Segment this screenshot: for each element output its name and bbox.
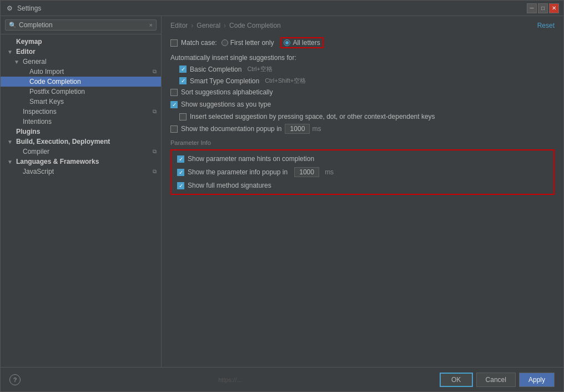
sidebar-item-plugins[interactable]: Plugins [1, 127, 161, 137]
apply-button[interactable]: Apply [519, 373, 555, 387]
minimize-button[interactable]: ─ [527, 3, 537, 13]
breadcrumb-sep-2: › [224, 22, 226, 29]
match-case-checkbox[interactable] [170, 39, 178, 47]
title-bar: ⚙ Settings ─ □ ✕ [1, 1, 563, 16]
help-button[interactable]: ? [9, 374, 21, 385]
sidebar-item-general[interactable]: ▼ General [1, 57, 161, 67]
sidebar-item-label: Inspections [23, 108, 150, 115]
insert-selected-label: Insert selected suggestion by pressing s… [190, 113, 435, 120]
sidebar-item-label: Compiler [23, 148, 150, 155]
maximize-button[interactable]: □ [538, 3, 548, 13]
copy-icon: ⧉ [153, 168, 157, 175]
search-icon: 🔍 [9, 22, 17, 29]
sidebar-tree: Keymap ▼ Editor ▼ General Auto Import ⧉ [1, 34, 161, 367]
show-param-hints-checkbox[interactable] [177, 155, 184, 163]
sidebar-item-languages[interactable]: ▼ Languages & Frameworks [1, 157, 161, 167]
show-doc-popup-label: Show the documentation popup in [181, 125, 281, 133]
sidebar-item-postfix-completion[interactable]: Postfix Completion [1, 87, 161, 97]
breadcrumb-editor: Editor [170, 22, 188, 29]
sidebar-item-keymap[interactable]: Keymap [1, 37, 161, 47]
basic-completion-label: Basic Completion [190, 66, 241, 73]
breadcrumb-code-completion: Code Completion [229, 22, 281, 29]
show-param-popup-unit: ms [325, 168, 334, 176]
show-doc-popup-unit: ms [312, 125, 321, 133]
dialog-buttons: OK Cancel Apply [440, 373, 555, 387]
bottom-bar: ? https://... OK Cancel Apply [1, 367, 563, 391]
reset-button[interactable]: Reset [537, 22, 555, 29]
show-suggestions-row: Show suggestions as you type [170, 100, 555, 108]
settings-content: Match case: First letter only All letter… [162, 33, 563, 367]
sidebar-item-smart-keys[interactable]: Smart Keys [1, 97, 161, 107]
search-box: 🔍 × [1, 16, 161, 34]
show-doc-popup-checkbox[interactable] [170, 125, 178, 133]
expand-icon: ▼ [7, 159, 14, 165]
match-case-row: Match case: First letter only All letter… [170, 37, 555, 48]
radio-group-letter-case: First letter only All letters [221, 37, 324, 48]
sidebar-item-editor[interactable]: ▼ Editor [1, 47, 161, 57]
sidebar-item-label: Keymap [16, 38, 157, 46]
insert-selected-row: Insert selected suggestion by pressing s… [179, 113, 555, 120]
sidebar-item-auto-import[interactable]: Auto Import ⧉ [1, 67, 161, 77]
show-param-popup-input[interactable] [294, 167, 319, 177]
smart-type-label: Smart Type Completion [190, 77, 259, 85]
show-doc-popup-input[interactable] [285, 124, 310, 134]
search-clear-icon[interactable]: × [149, 22, 153, 28]
smart-type-shortcut: Ctrl+Shift+空格 [265, 77, 306, 85]
all-letters-label: All letters [293, 39, 320, 47]
ok-button[interactable]: OK [440, 373, 473, 387]
app-icon: ⚙ [5, 4, 14, 13]
first-letter-radio[interactable] [221, 39, 228, 46]
sidebar-item-compiler[interactable]: Compiler ⧉ [1, 147, 161, 157]
sort-alphabetically-checkbox[interactable] [170, 89, 178, 96]
sidebar-item-label: Editor [16, 48, 157, 56]
sort-alphabetically-row: Sort suggestions alphabetically [170, 88, 555, 96]
show-param-popup-checkbox[interactable] [177, 169, 184, 176]
sidebar-item-label: Auto Import [29, 68, 150, 76]
sidebar-item-inspections[interactable]: Inspections ⧉ [1, 107, 161, 117]
sidebar-item-label: Languages & Frameworks [16, 158, 157, 165]
settings-window: ⚙ Settings ─ □ ✕ 🔍 × Keyma [0, 0, 564, 392]
sidebar-item-label: JavaScript [23, 168, 150, 175]
all-letters-radio[interactable] [284, 39, 290, 46]
basic-completion-checkbox[interactable] [179, 66, 187, 73]
sidebar: 🔍 × Keymap ▼ Editor ▼ [1, 16, 162, 367]
right-panel: Editor › General › Code Completion Reset… [162, 16, 563, 367]
main-content: 🔍 × Keymap ▼ Editor ▼ [1, 16, 563, 367]
expand-icon: ▼ [7, 49, 14, 55]
breadcrumb: Editor › General › Code Completion Reset [162, 16, 563, 33]
sidebar-item-code-completion[interactable]: Code Completion [1, 77, 161, 87]
all-letters-radio-item[interactable]: All letters [280, 37, 323, 48]
sidebar-item-label: Postfix Completion [29, 88, 157, 96]
sidebar-item-build[interactable]: ▼ Build, Execution, Deployment [1, 137, 161, 147]
sidebar-item-intentions[interactable]: Intentions [1, 117, 161, 127]
sort-alphabetically-label: Sort suggestions alphabetically [181, 88, 273, 96]
breadcrumb-general: General [197, 22, 220, 29]
smart-type-checkbox[interactable] [179, 77, 187, 84]
sidebar-item-label: Plugins [16, 128, 157, 135]
basic-completion-shortcut: Ctrl+空格 [247, 65, 273, 73]
copy-icon: ⧉ [153, 68, 157, 75]
show-param-hints-label: Show parameter name hints on completion [188, 155, 314, 163]
window-controls: ─ □ ✕ [527, 3, 559, 13]
search-input[interactable] [19, 21, 149, 29]
show-suggestions-label: Show suggestions as you type [181, 100, 271, 108]
parameter-info-box: Show parameter name hints on completion … [170, 149, 555, 195]
match-case-label: Match case: [181, 39, 217, 47]
first-letter-radio-item[interactable]: First letter only [221, 39, 274, 47]
all-letters-selected-box: All letters [280, 37, 323, 48]
show-suggestions-checkbox[interactable] [170, 101, 178, 108]
close-button[interactable]: ✕ [549, 3, 559, 13]
sidebar-item-javascript[interactable]: JavaScript ⧉ [1, 167, 161, 177]
show-doc-popup-row: Show the documentation popup in ms [170, 124, 555, 134]
sidebar-item-label: Code Completion [29, 78, 157, 86]
watermark: https://... [21, 376, 440, 383]
show-full-signatures-checkbox[interactable] [177, 182, 184, 189]
sidebar-item-label: General [23, 58, 157, 66]
show-full-signatures-label: Show full method signatures [188, 182, 271, 189]
cancel-button[interactable]: Cancel [476, 373, 516, 387]
parameter-info-header: Parameter Info [170, 139, 555, 146]
insert-selected-checkbox[interactable] [179, 113, 187, 120]
sidebar-item-label: Build, Execution, Deployment [16, 138, 157, 145]
search-input-wrap: 🔍 × [5, 19, 157, 31]
sidebar-item-label: Smart Keys [29, 98, 157, 105]
